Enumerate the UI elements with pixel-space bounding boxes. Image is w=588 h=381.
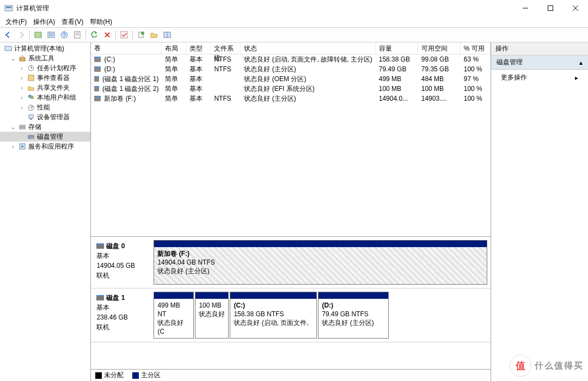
svg-text:?: ? — [63, 32, 66, 38]
open-button[interactable] — [148, 29, 160, 41]
volume-list[interactable]: (C:)简单基本NTFS状态良好 (启动, 页面文件, 故障转储, 主分区)15… — [91, 54, 490, 103]
volume-row[interactable]: (磁盘 1 磁盘分区 1)简单基本状态良好 (OEM 分区)499 MB484 … — [91, 74, 490, 84]
partition[interactable]: 100 MB状态良好 — [195, 292, 229, 339]
disk-graphical-view[interactable]: 磁盘 0基本14904.05 GB联机新加卷 (F:)14904.04 GB N… — [91, 236, 490, 370]
menu-view[interactable]: 查看(V) — [58, 17, 87, 27]
properties-button[interactable] — [71, 29, 83, 41]
tree-label: 系统工具 — [28, 54, 54, 63]
disk-row[interactable]: 磁盘 1基本238.46 GB联机499 MB NT状态良好 (C100 MB状… — [91, 288, 490, 343]
col-type[interactable]: 类型 — [186, 42, 211, 54]
volume-row[interactable]: 新加卷 (F:)简单基本NTFS状态良好 (主分区)14904.0...1490… — [91, 94, 490, 103]
partition[interactable]: (C:)158.38 GB NTFS状态良好 (启动, 页面文件, — [230, 292, 317, 339]
details-button[interactable] — [45, 29, 57, 41]
disk-icon — [96, 243, 104, 249]
disk-row[interactable]: 磁盘 0基本14904.05 GB联机新加卷 (F:)14904.04 GB N… — [91, 237, 490, 288]
menu-help[interactable]: 帮助(H) — [87, 17, 115, 27]
col-volume[interactable]: 卷 — [91, 42, 162, 54]
expand-icon[interactable]: › — [10, 144, 16, 150]
svg-rect-1 — [6, 7, 11, 8]
volume-row[interactable]: (磁盘 1 磁盘分区 2)简单基本状态良好 (EFI 系统分区)100 MB10… — [91, 84, 490, 94]
list-button[interactable] — [161, 29, 173, 41]
tree-event-viewer[interactable]: ›事件查看器 — [0, 73, 90, 83]
help-button[interactable]: ? — [58, 29, 70, 41]
maximize-button[interactable] — [538, 0, 563, 16]
svg-point-39 — [21, 145, 23, 148]
tree-label: 共享文件夹 — [37, 83, 70, 93]
tree-device-manager[interactable]: ›设备管理器 — [0, 112, 90, 122]
svg-rect-17 — [121, 32, 127, 38]
tree-label: 任务计划程序 — [37, 64, 76, 73]
tree-root-label: 计算机管理(本地) — [14, 44, 64, 53]
drive-icon — [94, 96, 101, 101]
drive-icon — [94, 66, 101, 72]
partition[interactable]: 499 MB NT状态良好 (C — [154, 292, 194, 339]
partition[interactable]: 新加卷 (F:)14904.04 GB NTFS状态良好 (主分区) — [154, 240, 487, 285]
svg-rect-37 — [28, 136, 34, 137]
delete-button[interactable] — [101, 29, 113, 41]
svg-rect-22 — [5, 46, 11, 51]
volume-row[interactable]: (D:)简单基本NTFS状态良好 (主分区)79.49 GB79.35 GB10… — [91, 64, 490, 74]
drive-icon — [94, 86, 99, 91]
back-button[interactable] — [2, 29, 14, 41]
partition[interactable]: (D:)79.49 GB NTFS状态良好 (主分区) — [318, 292, 389, 339]
collapse-icon[interactable]: ⌄ — [10, 56, 16, 62]
nav-tree[interactable]: 计算机管理(本地) ⌄系统工具 ›任务计划程序 ›事件查看器 ›共享文件夹 ›本… — [0, 42, 91, 381]
volume-row[interactable]: (C:)简单基本NTFS状态良好 (启动, 页面文件, 故障转储, 主分区)15… — [91, 54, 490, 64]
tree-services-apps[interactable]: ›服务和应用程序 — [0, 142, 90, 151]
expand-icon[interactable]: › — [19, 105, 25, 110]
svg-point-29 — [31, 96, 34, 99]
col-pct[interactable]: % 可用 — [461, 42, 491, 54]
tree-label: 性能 — [37, 103, 50, 112]
col-layout[interactable]: 布局 — [162, 42, 186, 54]
volume-list-header[interactable]: 卷 布局 类型 文件系统 状态 容量 可用空间 % 可用 — [91, 42, 490, 54]
legend-unalloc: 未分配 — [104, 371, 124, 379]
svg-rect-7 — [48, 32, 54, 38]
minimize-button[interactable] — [513, 0, 538, 16]
new-button[interactable] — [135, 29, 147, 41]
svg-rect-34 — [20, 125, 25, 127]
forward-button[interactable] — [15, 29, 27, 41]
tree-label: 存储 — [28, 122, 41, 132]
tree-storage[interactable]: ⌄存储 — [0, 122, 90, 132]
actions-pane: 操作 磁盘管理 ▴ 更多操作 ▸ — [491, 42, 588, 381]
tree-disk-management[interactable]: ›磁盘管理 — [0, 132, 90, 142]
actions-more[interactable]: 更多操作 ▸ — [491, 70, 588, 85]
col-free[interactable]: 可用空间 — [418, 42, 461, 54]
collapse-icon[interactable]: ⌄ — [10, 124, 16, 130]
chevron-right-icon: ▸ — [575, 74, 578, 82]
expand-icon[interactable]: › — [19, 75, 25, 81]
svg-rect-32 — [29, 115, 33, 118]
toolbar: ? — [0, 27, 588, 42]
watermark: 值 什么值得买 — [510, 355, 584, 377]
actions-more-label: 更多操作 — [501, 73, 527, 82]
disk-info: 磁盘 0基本14904.05 GB联机 — [91, 237, 154, 288]
tree-local-users[interactable]: ›本地用户和组 — [0, 93, 90, 102]
app-icon — [4, 4, 13, 13]
svg-point-19 — [141, 32, 144, 35]
svg-rect-27 — [28, 75, 34, 81]
expand-icon[interactable]: › — [19, 95, 25, 101]
menu-file[interactable]: 文件(F) — [2, 17, 30, 27]
svg-rect-23 — [20, 58, 25, 61]
actions-context[interactable]: 磁盘管理 ▴ — [491, 56, 588, 70]
close-button[interactable] — [563, 0, 588, 16]
expand-icon[interactable]: › — [19, 65, 25, 71]
col-fs[interactable]: 文件系统 — [211, 42, 241, 54]
tree-root[interactable]: 计算机管理(本地) — [0, 44, 90, 53]
drive-icon — [94, 57, 101, 62]
tree-system-tools[interactable]: ⌄系统工具 — [0, 53, 90, 63]
col-status[interactable]: 状态 — [241, 42, 375, 54]
drive-icon — [94, 76, 99, 82]
expand-icon[interactable]: › — [19, 85, 25, 91]
window-title: 计算机管理 — [16, 4, 513, 13]
tree-performance[interactable]: ›性能 — [0, 102, 90, 112]
check-button[interactable] — [118, 29, 130, 41]
tree-shared-folders[interactable]: ›共享文件夹 — [0, 83, 90, 93]
col-capacity[interactable]: 容量 — [376, 42, 418, 54]
scope-button[interactable] — [32, 29, 44, 41]
tree-task-scheduler[interactable]: ›任务计划程序 — [0, 63, 90, 73]
menu-action[interactable]: 操作(A) — [30, 17, 58, 27]
svg-rect-6 — [35, 32, 41, 38]
disk-icon — [96, 295, 104, 300]
refresh-button[interactable] — [88, 29, 100, 41]
